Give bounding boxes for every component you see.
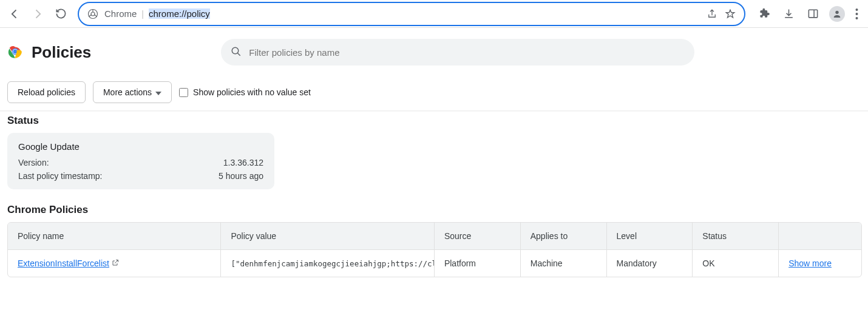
col-header-source: Source xyxy=(435,223,521,249)
show-more-link[interactable]: Show more xyxy=(788,258,832,268)
policy-status-cell: OK xyxy=(693,249,779,277)
svg-point-4 xyxy=(855,8,858,11)
policy-name-cell: ExtensionInstallForcelist xyxy=(8,249,221,277)
forward-button[interactable] xyxy=(28,4,47,24)
profile-avatar[interactable] xyxy=(828,5,846,23)
extensions-icon[interactable] xyxy=(755,5,773,23)
svg-rect-2 xyxy=(809,10,817,18)
table-header-row: Policy name Policy value Source Applies … xyxy=(8,223,861,249)
svg-point-6 xyxy=(855,17,858,19)
caret-down-icon xyxy=(155,87,161,97)
address-bar[interactable]: Chrome | chrome://policy xyxy=(78,2,745,26)
status-row: Version: 1.3.36.312 xyxy=(18,158,263,167)
side-panel-icon[interactable] xyxy=(804,5,822,23)
chrome-policies-title: Chrome Policies xyxy=(7,204,861,216)
policy-applies-cell: Machine xyxy=(521,249,607,277)
chrome-icon xyxy=(86,7,100,21)
next-section-title xyxy=(0,283,868,298)
url-text: chrome://policy xyxy=(149,8,210,19)
filter-input[interactable] xyxy=(249,47,685,58)
status-row-value: 1.3.36.312 xyxy=(223,158,263,167)
status-section-title: Status xyxy=(7,115,861,127)
policy-source-cell: Platform xyxy=(435,249,521,277)
policy-value-cell: ["denhmfenjcamjiamkogegcjieeiahjgp;https… xyxy=(221,249,434,277)
show-empty-policies-toggle[interactable]: Show policies with no value set xyxy=(179,87,311,97)
col-header-value: Policy value xyxy=(221,223,434,249)
col-header-actions xyxy=(779,223,861,249)
chrome-logo-icon xyxy=(7,44,23,61)
separator: | xyxy=(141,9,144,19)
reload-button[interactable] xyxy=(51,4,70,24)
status-card-title: Google Update xyxy=(18,141,263,152)
svg-point-5 xyxy=(855,13,858,15)
status-row-label: Version: xyxy=(18,158,49,167)
show-empty-checkbox[interactable] xyxy=(179,88,188,97)
show-empty-label: Show policies with no value set xyxy=(193,87,311,97)
page-header: Policies xyxy=(0,28,868,74)
chrome-policies-section: Chrome Policies Policy name Policy value… xyxy=(0,200,868,277)
filter-search[interactable] xyxy=(221,39,694,66)
status-card: Google Update Version: 1.3.36.312 Last p… xyxy=(7,133,274,189)
status-section: Status Google Update Version: 1.3.36.312… xyxy=(0,111,868,189)
svg-point-10 xyxy=(232,47,239,54)
action-row: Reload policies More actions Show polici… xyxy=(0,74,868,111)
kebab-menu-icon[interactable] xyxy=(852,5,861,23)
site-label: Chrome xyxy=(104,8,137,19)
downloads-icon[interactable] xyxy=(779,5,798,23)
search-icon xyxy=(231,46,242,59)
policies-table: Policy name Policy value Source Applies … xyxy=(7,222,862,277)
bookmark-star-icon[interactable] xyxy=(724,7,737,21)
page-title: Policies xyxy=(32,43,91,62)
external-link-icon xyxy=(112,258,119,268)
back-button[interactable] xyxy=(5,4,24,24)
toolbar-icons xyxy=(753,5,863,23)
svg-point-3 xyxy=(835,10,838,13)
more-actions-label: More actions xyxy=(103,87,152,97)
col-header-name: Policy name xyxy=(8,223,221,249)
browser-toolbar: Chrome | chrome://policy xyxy=(0,0,868,28)
reload-policies-button[interactable]: Reload policies xyxy=(7,81,86,103)
policy-level-cell: Mandatory xyxy=(607,249,693,277)
policy-name-link[interactable]: ExtensionInstallForcelist xyxy=(18,258,109,268)
status-row: Last policy timestamp: 5 hours ago xyxy=(18,171,263,181)
status-row-value: 5 hours ago xyxy=(219,171,263,181)
share-icon[interactable] xyxy=(705,7,719,21)
status-row-label: Last policy timestamp: xyxy=(18,171,103,181)
col-header-status: Status xyxy=(693,223,779,249)
more-actions-button[interactable]: More actions xyxy=(93,81,172,103)
svg-point-1 xyxy=(91,12,95,16)
policy-action-cell: Show more xyxy=(779,249,861,277)
col-header-level: Level xyxy=(607,223,693,249)
table-row: ExtensionInstallForcelist ["denhmfenjcam… xyxy=(8,249,861,277)
col-header-applies: Applies to xyxy=(521,223,607,249)
